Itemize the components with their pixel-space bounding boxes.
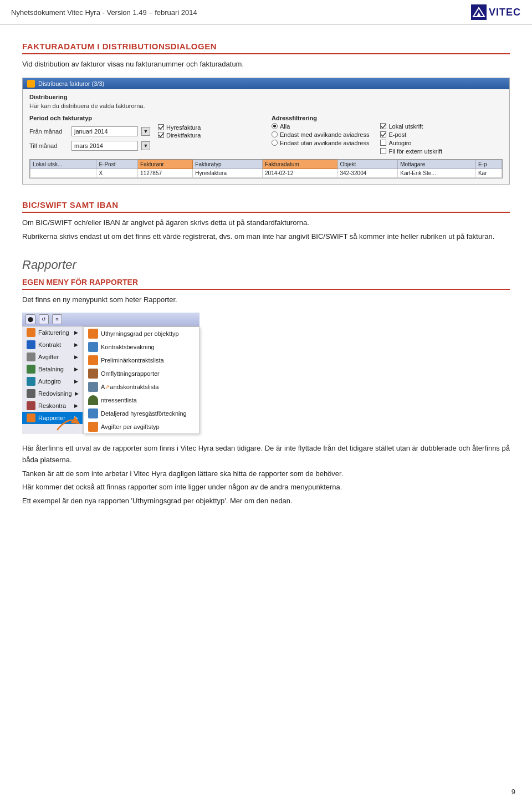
right-item-ands[interactable]: A↗andskontraktslista <box>84 380 199 394</box>
col-objekt: Objekt <box>337 160 398 168</box>
fakturadatum-intro: Vid distribution av fakturor visas nu fa… <box>22 59 510 70</box>
right-item-omflytt[interactable]: Omflyttningsrapporter <box>84 367 199 380</box>
radio1-row: Alla <box>272 123 369 130</box>
addr-label: Adressfiltrering <box>272 115 503 121</box>
from-field-row: Från månad januari 2014 ▼ Hyresfaktura <box>29 124 260 139</box>
header-title: Nyhetsdokument Vitec Hyra - Version 1.49… <box>11 8 197 17</box>
right-item-avgifter[interactable]: Avgifter per avgiftstyp <box>84 420 199 433</box>
from-dropdown-btn[interactable]: ▼ <box>141 127 150 136</box>
toolbar-btn-1[interactable]: ⬤ <box>25 314 35 324</box>
fakturering-arrow: ▶ <box>74 330 78 335</box>
rapporter-sub-heading: EGEN MENY FÖR RAPPORTER <box>22 278 510 290</box>
from-label: Från månad <box>29 128 68 135</box>
distribuera-dialog: Distribuera fakturor (3/3) Distribuering… <box>22 78 510 185</box>
vitec-logo-icon <box>471 4 487 20</box>
type2-checkbox[interactable] <box>158 132 164 138</box>
type-checkboxes: Hyresfaktura Direktfaktura <box>158 124 201 139</box>
vitec-logo-text: VITEC <box>489 7 521 18</box>
menu-item-autogiro-label: Autogiro <box>38 378 61 385</box>
right-item-ntress[interactable]: ntressentlista <box>84 394 199 407</box>
menu-body: Fakturering ▶ Kontrakt ▶ Avgifter <box>22 326 200 434</box>
menu-item-fakturering[interactable]: Fakturering ▶ <box>22 326 83 339</box>
autogiro-arrow: ▶ <box>74 379 78 384</box>
cb3[interactable] <box>380 140 386 146</box>
radio3[interactable] <box>272 140 278 146</box>
bic-text2: Rubrikerna skrivs endast ut om det finns… <box>22 231 510 242</box>
fakturadatum-heading: FAKTURADATUM I DISTRIBUTIONSDIALOGEN <box>22 42 510 54</box>
right-item-omflytt-label: Omflyttningsrapporter <box>101 370 160 377</box>
type1-checkbox[interactable] <box>158 124 164 130</box>
autogiro-icon <box>27 377 35 386</box>
right-item-kontrakt[interactable]: Kontraktsbevakning <box>84 340 199 354</box>
dialog-icon <box>27 80 35 88</box>
faktura-table-wrapper: Lokal utsk... E-Post Fakturanr Fakturaty… <box>29 159 503 178</box>
col-epost: E-Post <box>96 160 138 168</box>
right-item-uthyrning[interactable]: Uthyrningsgrad per objekttyp <box>84 327 199 340</box>
menu-toolbar: ⬤ ↺ ≡ <box>22 313 200 326</box>
radio3-row: Endast utan avvikande aviadress <box>272 140 369 146</box>
cb2-row: E-post <box>380 131 442 138</box>
vitec-logo: VITEC <box>471 4 521 20</box>
type2-row: Direktfaktura <box>158 132 201 139</box>
dialog-section-label: Distribuering <box>29 94 503 100</box>
cell-objekt: 342-32004 <box>337 168 398 177</box>
to-dropdown-btn[interactable]: ▼ <box>141 141 150 150</box>
radio-group: Alla Endast med avvikande aviadress Enda… <box>272 123 369 155</box>
menu-item-kontrakt[interactable]: Kontrakt ▶ <box>22 339 83 351</box>
right-item-kontrakt-label: Kontraktsbevakning <box>101 344 155 350</box>
cell-fakturadatum: 2014-02-12 <box>263 168 337 177</box>
menu-item-redovisning[interactable]: Redovisning ▶ <box>22 387 83 400</box>
menu-item-autogiro[interactable]: Autogiro ▶ <box>22 375 83 387</box>
output-checkboxes: Lokal utskrift E-post Autogiro <box>380 123 442 155</box>
cell-ep: Kar <box>475 168 502 177</box>
faktura-table: Lokal utsk... E-Post Fakturanr Fakturaty… <box>30 160 502 178</box>
betalning-arrow: ▶ <box>74 366 78 372</box>
cb4-label: Fil för extern utskrift <box>388 148 442 155</box>
toolbar-btn-3[interactable]: ≡ <box>52 314 62 324</box>
ntress-icon <box>88 395 98 405</box>
page-number: 9 <box>511 788 515 796</box>
col-ep: E-p <box>475 160 502 168</box>
from-input[interactable]: januari 2014 <box>71 126 138 136</box>
type1-label: Hyresfaktura <box>166 124 201 131</box>
prelim-icon <box>88 355 98 365</box>
radio2[interactable] <box>272 131 278 137</box>
cb1[interactable] <box>380 123 386 129</box>
menu-item-avgifter[interactable]: Avgifter ▶ <box>22 351 83 363</box>
desc1: Här återfinns ett urval av de rapporter … <box>22 443 510 466</box>
cb2-label: E-post <box>388 131 406 138</box>
rapporter-section: Rapporter EGEN MENY FÖR RAPPORTER Det fi… <box>22 258 510 507</box>
cell-mottagare: Karl-Erik Ste... <box>398 168 476 177</box>
to-label: Till månad <box>29 142 68 149</box>
right-item-detalj-label: Detaljerad hyresgästförteckning <box>101 410 187 417</box>
right-item-avgifter-label: Avgifter per avgiftstyp <box>101 423 160 430</box>
cb2[interactable] <box>380 131 386 137</box>
cb1-label: Lokal utskrift <box>388 123 423 130</box>
avgifter-arrow: ▶ <box>74 354 78 360</box>
dialog-title: Distribuera fakturor (3/3) <box>38 80 104 87</box>
to-input[interactable]: mars 2014 <box>71 141 138 151</box>
fakturadatum-section: FAKTURADATUM I DISTRIBUTIONSDIALOGEN Vid… <box>22 42 510 185</box>
menu-item-fakturering-label: Fakturering <box>38 329 69 336</box>
ands-icon <box>88 382 98 392</box>
menu-container: ⬤ ↺ ≡ Fakturering ▶ <box>22 313 510 434</box>
toolbar-btn-2[interactable]: ↺ <box>39 314 49 324</box>
col-fakturanr: Fakturanr <box>138 160 193 168</box>
page-content: FAKTURADATUM I DISTRIBUTIONSDIALOGEN Vid… <box>0 25 532 540</box>
right-item-detalj[interactable]: Detaljerad hyresgästförteckning <box>84 407 199 420</box>
cell-fakturatyp: Hyresfaktura <box>193 168 263 177</box>
uthyrning-icon <box>88 329 98 339</box>
type2-label: Direktfaktura <box>166 132 201 139</box>
col-fakturadatum: Fakturadatum <box>263 160 337 168</box>
rapporter-intro: Det finns en ny menypunkt som heter Rapp… <box>22 294 510 305</box>
menu-item-avgifter-label: Avgifter <box>38 354 59 360</box>
dialog-desc: Här kan du distribuera de valda fakturor… <box>29 103 503 109</box>
cb4[interactable] <box>380 148 386 154</box>
menu-item-betalning[interactable]: Betalning ▶ <box>22 363 83 375</box>
right-item-ands-label: A↗andskontraktslista <box>101 384 158 391</box>
menu-outer: ⬤ ↺ ≡ Fakturering ▶ <box>22 313 200 434</box>
radio1[interactable] <box>272 123 278 129</box>
cell-epost: X <box>96 168 138 177</box>
right-item-prelim[interactable]: Preliminärkontraktslista <box>84 354 199 367</box>
detalj-icon <box>88 408 98 418</box>
